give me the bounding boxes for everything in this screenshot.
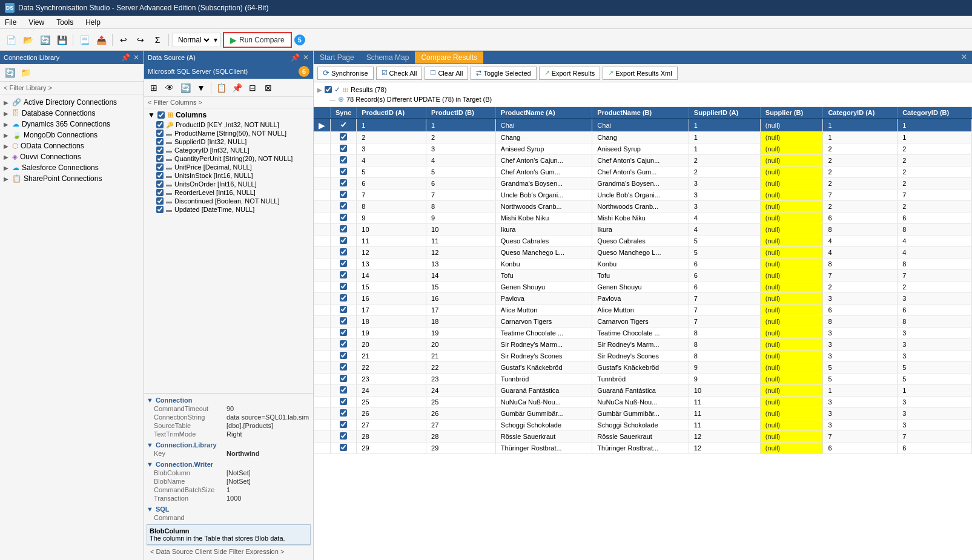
sync-checkbox[interactable] xyxy=(340,145,347,152)
column-item-2[interactable]: ▬ SupplierID [Int32, NULL] xyxy=(144,137,313,146)
table-row[interactable]: 12 12 Queso Manchego L... Queso Manchego… xyxy=(314,247,972,259)
ds-copy-button[interactable]: 📋 xyxy=(214,81,228,95)
sync-cell[interactable] xyxy=(331,119,357,132)
conn-section-library-header[interactable]: ▼ Connection.Library xyxy=(147,441,311,449)
column-item-6[interactable]: ▬ UnitsInStock [Int16, NULL] xyxy=(144,171,313,180)
table-row[interactable]: 4 4 Chef Anton's Cajun... Chef Anton's C… xyxy=(314,155,972,166)
column-item-8[interactable]: ▬ ReorderLevel [Int16, NULL] xyxy=(144,188,313,197)
sync-cell[interactable] xyxy=(331,224,357,236)
col-checkbox-6[interactable] xyxy=(156,172,164,179)
sidebar-item-dyn[interactable]: ▶ ☁ Dynamics 365 Connections xyxy=(0,119,144,130)
col-checkbox-3[interactable] xyxy=(156,147,164,154)
sync-cell[interactable] xyxy=(331,212,357,224)
table-row[interactable]: 21 21 Sir Rodney's Scones Sir Rodney's S… xyxy=(314,351,972,362)
sync-cell[interactable] xyxy=(331,178,357,189)
tab-start-page[interactable]: Start Page xyxy=(314,51,360,64)
column-item-1[interactable]: ▬ ProductName [String(50), NOT NULL] xyxy=(144,129,313,137)
sync-cell[interactable] xyxy=(331,316,357,328)
table-row[interactable]: 15 15 Genen Shouyu Genen Shouyu 6 (null)… xyxy=(314,282,972,293)
columns-checkbox[interactable] xyxy=(157,111,165,119)
table-row[interactable]: 20 20 Sir Rodney's Marm... Sir Rodney's … xyxy=(314,339,972,351)
sync-cell[interactable] xyxy=(331,397,357,408)
column-item-3[interactable]: ▬ CategoryID [Int32, NULL] xyxy=(144,146,313,154)
sync-cell[interactable] xyxy=(331,155,357,166)
synchronise-button[interactable]: ⟳ Synchronise xyxy=(317,67,374,80)
sync-checkbox[interactable] xyxy=(340,444,347,451)
sync-cell[interactable] xyxy=(331,443,357,454)
column-item-9[interactable]: ▬ Discontinued [Boolean, NOT NULL] xyxy=(144,197,313,205)
sync-cell[interactable] xyxy=(331,305,357,316)
sync-cell[interactable] xyxy=(331,270,357,282)
column-item-5[interactable]: ▬ UnitPrice [Decimal, NULL] xyxy=(144,163,313,171)
col-checkbox-0[interactable] xyxy=(156,121,164,128)
sync-checkbox[interactable] xyxy=(340,375,347,382)
sync-checkbox[interactable] xyxy=(340,248,347,255)
sync-checkbox[interactable] xyxy=(340,260,347,267)
open-button[interactable]: 📂 xyxy=(21,33,35,47)
sync-checkbox[interactable] xyxy=(340,121,347,128)
filter-columns-bar[interactable]: < Filter Columns > xyxy=(144,97,313,108)
table-row[interactable]: 16 16 Pavlova Pavlova 7 (null) 3 3 xyxy=(314,293,972,305)
ds-filter-button[interactable]: ▼ xyxy=(194,81,208,95)
col-checkbox-7[interactable] xyxy=(156,180,164,188)
sync-checkbox[interactable] xyxy=(340,179,347,186)
sync-checkbox[interactable] xyxy=(340,237,347,244)
sync-cell[interactable] xyxy=(331,282,357,293)
col-checkbox-1[interactable] xyxy=(156,130,164,137)
run-compare-button[interactable]: ▶ Run Compare xyxy=(223,32,292,48)
table-row[interactable]: 11 11 Queso Cabrales Queso Cabrales 5 (n… xyxy=(314,236,972,247)
new-button[interactable]: 📄 xyxy=(4,33,18,47)
col-checkbox-9[interactable] xyxy=(156,197,164,205)
sync-checkbox[interactable] xyxy=(340,317,347,324)
columns-header[interactable]: ▼ ⊞ Columns xyxy=(144,110,313,120)
check-all-button[interactable]: ☑ Check All xyxy=(376,67,423,80)
sync-checkbox[interactable] xyxy=(340,271,347,278)
sync-cell[interactable] xyxy=(331,143,357,155)
sync-checkbox[interactable] xyxy=(340,340,347,348)
table-row[interactable]: 22 22 Gustaf's Knäckebröd Gustaf's Knäck… xyxy=(314,362,972,374)
col-checkbox-10[interactable] xyxy=(156,206,164,213)
mode-selector[interactable]: Normal xyxy=(176,35,211,45)
column-item-4[interactable]: ▬ QuantityPerUnit [String(20), NOT NULL] xyxy=(144,154,313,163)
table-row[interactable]: 18 18 Carnarvon Tigers Carnarvon Tigers … xyxy=(314,316,972,328)
sync-checkbox[interactable] xyxy=(340,432,347,440)
table-row[interactable]: 24 24 Guaraná Fantástica Guaraná Fantást… xyxy=(314,385,972,397)
sync-cell[interactable] xyxy=(331,189,357,201)
sync-checkbox[interactable] xyxy=(340,283,347,290)
toggle-selected-button[interactable]: ⇄ Toggle Selected xyxy=(471,67,536,80)
ds-grid2-button[interactable]: ⊠ xyxy=(261,81,276,95)
table-row[interactable]: 3 3 Aniseed Syrup Aniseed Syrup 1 (null)… xyxy=(314,143,972,155)
table-row[interactable]: 9 9 Mishi Kobe Niku Mishi Kobe Niku 4 (n… xyxy=(314,212,972,224)
sync-checkbox[interactable] xyxy=(340,168,347,175)
sync-cell[interactable] xyxy=(331,132,357,143)
ds-eye-button[interactable]: 👁 xyxy=(162,81,177,95)
sidebar-item-db[interactable]: ▶ 🗄 Database Connections xyxy=(0,108,144,119)
table-row[interactable]: 23 23 Tunnbröd Tunnbröd 9 (null) 5 5 xyxy=(314,374,972,385)
folder-button[interactable]: 📁 xyxy=(18,65,33,80)
sync-cell[interactable] xyxy=(331,385,357,397)
sidebar-item-sf[interactable]: ▶ ☁ Salesforce Connections xyxy=(0,162,144,173)
close-panel-icon[interactable]: ✕ xyxy=(133,53,140,62)
table-row[interactable]: 7 7 Uncle Bob's Organi... Uncle Bob's Or… xyxy=(314,189,972,201)
sync-checkbox[interactable] xyxy=(340,133,347,140)
sync-cell[interactable] xyxy=(331,293,357,305)
sync-checkbox[interactable] xyxy=(340,191,347,198)
sidebar-item-mongo[interactable]: ▶ 🍃 MongoDb Connections xyxy=(0,130,144,140)
column-item-0[interactable]: 🔑 ProductID [KEY ,Int32, NOT NULL] xyxy=(144,120,313,129)
refresh-conn-button[interactable]: 🔄 xyxy=(2,65,17,80)
sync-cell[interactable] xyxy=(331,236,357,247)
refresh-button[interactable]: 🔄 xyxy=(38,33,52,47)
table-row[interactable]: 27 27 Schoggi Schokolade Schoggi Schokol… xyxy=(314,420,972,431)
menu-file[interactable]: File xyxy=(2,18,19,27)
sync-checkbox[interactable] xyxy=(340,386,347,394)
table-row[interactable]: ▶ 1 1 Chai Chai 1 (null) 1 1 xyxy=(314,119,972,132)
table-row[interactable]: 17 17 Alice Mutton Alice Mutton 7 (null)… xyxy=(314,305,972,316)
menu-tools[interactable]: Tools xyxy=(54,18,76,27)
sync-cell[interactable] xyxy=(331,166,357,178)
sync-cell[interactable] xyxy=(331,247,357,259)
sync-cell[interactable] xyxy=(331,431,357,443)
sidebar-item-ad[interactable]: ▶ 🔗 Active Directory Connections xyxy=(0,97,144,108)
table-row[interactable]: 10 10 Ikura Ikura 4 (null) 8 8 xyxy=(314,224,972,236)
sync-cell[interactable] xyxy=(331,328,357,339)
ds-close-icon[interactable]: ✕ xyxy=(302,53,309,62)
